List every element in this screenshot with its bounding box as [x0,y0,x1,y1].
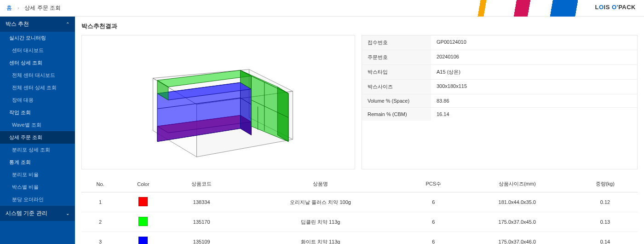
breadcrumb-current: 상세 주문 조회 [24,4,61,12]
table-cell: 138334 [167,192,236,212]
info-value: 20240106 [431,50,637,64]
table-cell [119,212,167,232]
sidebar-item-6[interactable]: 작업 조회 [0,106,75,119]
color-swatch [138,237,148,244]
table-cell: 135170 [167,212,236,232]
table-cell: 175.0x37.0x45.0 [462,212,573,232]
info-row-0: 접수번호GP00124010 [362,35,637,50]
info-row-3: 박스사이즈300x180x115 [362,80,637,94]
info-row-5: Remain % (CBM)16.14 [362,108,637,121]
info-label: 박스타입 [362,65,431,79]
sidebar-item-11[interactable]: 분리포 비율 [0,168,75,181]
header-decoration [460,0,589,17]
info-label: Volume % (Space) [362,94,431,107]
info-label: 주문번호 [362,50,431,64]
table-cell: 오리지날 플러스 치약 100g [236,192,405,212]
items-table: No.Color상품코드상품명PCS수상품사이즈(mm)중량(kg) 11383… [81,176,638,244]
info-label: Remain % (CBM) [362,108,431,121]
info-row-2: 박스타입A15 (상온) [362,65,637,80]
3d-box-visualization[interactable] [81,35,355,169]
table-cell: 딥클린 치약 113g [236,212,405,232]
sidebar-item-10[interactable]: 통계 조회 [0,156,75,168]
sidebar-item-12[interactable]: 박스별 비율 [0,181,75,193]
chevron-up-icon: ⌃ [66,22,69,27]
table-cell: 0.14 [573,232,638,244]
table-header: 상품사이즈(mm) [462,176,573,192]
breadcrumb: 홈 › 상세 주문 조회 [0,4,61,12]
table-cell: 135109 [167,232,236,244]
breadcrumb-home[interactable]: 홈 [6,4,12,12]
logo: LOIS O'PACK [595,4,636,11]
chevron-right-icon: › [17,6,19,11]
info-value: A15 (상온) [431,65,637,79]
info-value: 83.86 [431,94,637,107]
info-value: 16.14 [431,108,637,121]
table-cell: 6 [405,232,462,244]
sidebar-item-0[interactable]: 실시간 모니터링 [0,32,75,44]
table-cell: 1 [81,192,119,212]
info-panel: 접수번호GP00124010주문번호20240106박스타입A15 (상온)박스… [362,35,638,169]
sidebar-item-1[interactable]: 센터 대시보드 [0,44,75,57]
sidebar: 박스 추천 ⌃ 실시간 모니터링센터 대시보드센터 상세 조회전체 센터 대시보… [0,17,75,244]
table-cell: 181.0x44.0x35.0 [462,192,573,212]
table-cell: 6 [405,192,462,212]
sidebar-section-box[interactable]: 박스 추천 ⌃ [0,17,75,32]
info-label: 접수번호 [362,35,431,50]
table-row: 1138334오리지날 플러스 치약 100g6181.0x44.0x35.00… [81,192,638,212]
info-row-4: Volume % (Space)83.86 [362,94,637,108]
table-header: 상품명 [236,176,405,192]
sidebar-item-8[interactable]: 상세 주문 조회 [0,131,75,144]
table-cell [119,192,167,212]
svg-marker-18 [277,87,288,142]
color-swatch [138,197,148,206]
sidebar-item-4[interactable]: 전체 센터 상세 조회 [0,81,75,94]
sidebar-item-5[interactable]: 장애 대응 [0,94,75,106]
table-row: 2135170딥클린 치약 113g6175.0x37.0x45.00.13 [81,212,638,232]
table-header: 중량(kg) [573,176,638,192]
table-row: 3135109화이트 치약 113g6175.0x37.0x46.00.14 [81,232,638,244]
table-header: Color [119,176,167,192]
sidebar-section-system[interactable]: 시스템 기준 관리 ⌄ [0,206,75,221]
table-cell: 175.0x37.0x46.0 [462,232,573,244]
table-cell: 0.13 [573,212,638,232]
table-header: PCS수 [405,176,462,192]
table-cell [119,232,167,244]
color-swatch [138,217,148,226]
main-content: 박스추천결과 [75,17,644,244]
sidebar-item-2[interactable]: 센터 상세 조회 [0,57,75,69]
box-3d-icon [126,43,310,162]
info-value: GP00124010 [431,35,637,50]
header: 홈 › 상세 주문 조회 LOIS O'PACK [0,0,644,17]
table-cell: 3 [81,232,119,244]
sidebar-item-3[interactable]: 전체 센터 대시보드 [0,69,75,81]
table-cell: 2 [81,212,119,232]
info-value: 300x180x115 [431,80,637,94]
table-cell: 화이트 치약 113g [236,232,405,244]
info-label: 박스사이즈 [362,80,431,94]
page-title: 박스추천결과 [81,22,638,30]
table-cell: 6 [405,212,462,232]
sidebar-item-7[interactable]: Wave별 조회 [0,119,75,131]
sidebar-item-9[interactable]: 분리포 상세 조회 [0,144,75,156]
chevron-down-icon: ⌄ [66,211,69,216]
table-cell: 0.12 [573,192,638,212]
info-row-1: 주문번호20240106 [362,50,637,65]
sidebar-item-13[interactable]: 분당 오더라인 [0,193,75,206]
table-header: 상품코드 [167,176,236,192]
table-header: No. [81,176,119,192]
